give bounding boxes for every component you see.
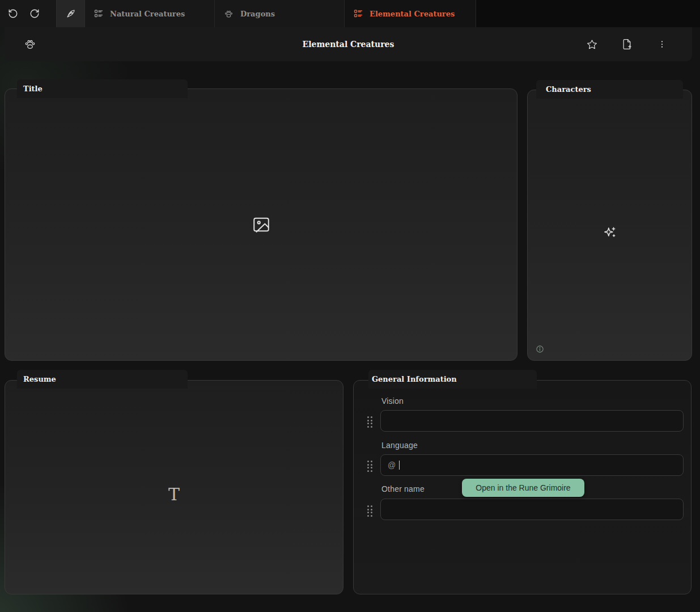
language-field: @ <box>380 454 684 476</box>
page-header: Elemental Creatures <box>5 27 692 61</box>
resume-panel: T <box>5 380 343 594</box>
cards-list-icon <box>354 9 363 18</box>
general-information-panel: Vision Language @ Other name Open in the… <box>353 380 691 594</box>
add-page-button[interactable] <box>620 37 634 52</box>
paw-icon <box>224 9 234 19</box>
tab-elemental-creatures[interactable]: Elemental Creatures <box>345 0 476 27</box>
pen-mode-tab[interactable] <box>56 0 85 27</box>
drag-handle-icon[interactable] <box>366 459 374 474</box>
field-label-other-name: Other name <box>381 484 425 493</box>
title-widget-tab[interactable]: Title <box>17 79 188 98</box>
characters-panel <box>527 90 692 361</box>
vision-input[interactable] <box>388 416 676 425</box>
widget-label: Characters <box>546 85 591 94</box>
image-placeholder-icon[interactable] <box>252 215 271 234</box>
tab-label: Elemental Creatures <box>370 10 455 18</box>
tab-natural-creatures[interactable]: Natural Creatures <box>85 0 215 27</box>
language-input[interactable] <box>403 461 676 470</box>
title-image-panel <box>5 88 517 361</box>
widget-label: Resume <box>23 375 56 383</box>
field-label-language: Language <box>381 441 418 450</box>
cards-list-icon <box>94 9 103 18</box>
info-icon[interactable] <box>536 345 544 353</box>
other-name-input[interactable] <box>388 505 676 514</box>
open-rune-grimoire-button[interactable]: Open in the Rune Grimoire <box>462 479 584 497</box>
text-placeholder-icon[interactable]: T <box>168 484 180 504</box>
sparkles-icon[interactable] <box>603 225 617 240</box>
file-plus-icon <box>621 39 633 50</box>
undo-button[interactable] <box>2 3 24 24</box>
top-bar-empty-area <box>476 0 700 27</box>
general-information-widget-tab[interactable]: General Information <box>368 370 537 389</box>
more-options-button[interactable] <box>655 37 669 52</box>
star-icon <box>587 39 597 50</box>
favorite-button[interactable] <box>584 37 599 52</box>
widget-label: Title <box>23 85 43 93</box>
characters-widget-tab[interactable]: Characters <box>536 80 683 99</box>
tab-label: Dragons <box>240 10 275 18</box>
history-controls <box>0 0 56 27</box>
redo-icon <box>29 9 40 19</box>
tab-dragons[interactable]: Dragons <box>215 0 345 27</box>
at-mention-icon: @ <box>388 461 396 470</box>
header-actions <box>584 37 669 52</box>
drag-handle-icon[interactable] <box>366 504 374 518</box>
text-caret <box>399 461 400 470</box>
paw-icon[interactable] <box>24 38 36 50</box>
undo-icon <box>8 9 18 19</box>
other-name-field <box>380 499 684 520</box>
top-bar: Natural Creatures Dragons Elemental Crea… <box>0 0 700 27</box>
widget-label: General Information <box>372 375 457 383</box>
redo-button[interactable] <box>24 3 45 24</box>
field-label-vision: Vision <box>381 396 404 406</box>
vision-field <box>380 410 684 432</box>
kebab-menu-icon <box>657 40 667 49</box>
drag-handle-icon[interactable] <box>366 415 374 429</box>
tab-label: Natural Creatures <box>110 10 185 18</box>
resume-widget-tab[interactable]: Resume <box>17 370 188 389</box>
pen-icon <box>66 9 76 19</box>
